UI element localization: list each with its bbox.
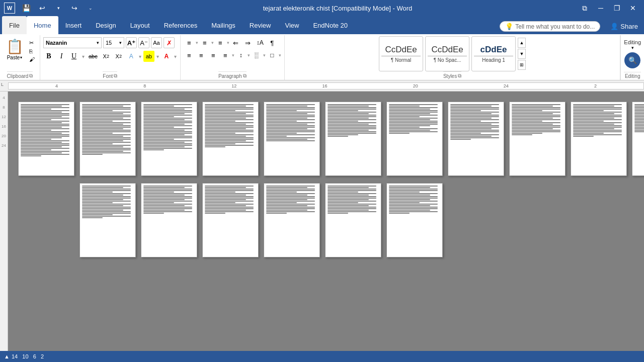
editing-button[interactable]: Editing ▾ (624, 39, 641, 50)
tab-home[interactable]: Home (27, 16, 58, 34)
minimize-button[interactable]: ─ (594, 1, 608, 15)
tab-review[interactable]: Review (243, 16, 278, 34)
page-6[interactable] (325, 102, 381, 176)
styles-scroll-up[interactable]: ▲ (518, 38, 526, 48)
restore-window-button[interactable]: ⧉ (578, 1, 592, 15)
redo-button[interactable]: ↪ (67, 1, 82, 15)
page-9[interactable] (509, 102, 566, 176)
copy-button[interactable]: ⎘ (28, 48, 36, 55)
font-group-label: Font ⧉ (103, 71, 117, 80)
tell-me-search[interactable]: 💡 Tell me what you want to do... (500, 21, 600, 32)
tab-layout[interactable]: Layout (123, 16, 157, 34)
tab-mailings[interactable]: Mailings (204, 16, 243, 34)
search-icon: 🔍 (628, 56, 637, 64)
justify-button[interactable]: ≡ (220, 50, 231, 61)
shading-button[interactable]: ░ (251, 50, 262, 61)
page-13[interactable] (141, 183, 197, 257)
tab-file[interactable]: File (2, 16, 27, 34)
text-effects-button[interactable]: A (126, 51, 137, 62)
strikethrough-button[interactable]: abc (87, 51, 99, 62)
page-17[interactable] (386, 183, 443, 257)
document-canvas[interactable] (8, 92, 644, 351)
style-heading1[interactable]: cDdEe Heading 1 (471, 36, 516, 71)
cut-button[interactable]: ✂ (28, 39, 36, 47)
save-button[interactable]: 💾 (19, 1, 33, 15)
close-button[interactable]: ✕ (626, 1, 640, 15)
page-12[interactable] (79, 183, 136, 257)
italic-button[interactable]: I (56, 51, 67, 62)
ruler-mark-8: 8 (143, 83, 146, 88)
page-row-1 (18, 102, 634, 176)
increase-indent-button[interactable]: ⇒ (243, 37, 254, 48)
maximize-button[interactable]: ❐ (610, 1, 624, 15)
styles-expand-icon[interactable]: ⧉ (458, 73, 461, 79)
tab-design[interactable]: Design (89, 16, 123, 34)
tell-me-text: Tell me what you want to do... (515, 23, 595, 30)
page-10[interactable] (571, 102, 627, 176)
editing-label: Editing (624, 39, 641, 45)
find-search-button[interactable]: 🔍 (624, 52, 640, 68)
bullets-button[interactable]: ≡ (184, 37, 195, 48)
tab-endnote[interactable]: EndNote 20 (306, 16, 355, 34)
font-expand-icon[interactable]: ⧉ (114, 73, 117, 79)
clipboard-label: Clipboard ⧉ (7, 71, 33, 80)
page-15[interactable] (264, 183, 320, 257)
font-color-button[interactable]: A (161, 51, 172, 62)
underline-button[interactable]: U (68, 51, 79, 62)
page-8[interactable] (448, 102, 504, 176)
show-hide-button[interactable]: ¶ (267, 37, 278, 48)
page-7[interactable] (386, 102, 443, 176)
line-spacing-button[interactable]: ↕ (235, 50, 247, 61)
font-grow-button[interactable]: A⁺ (126, 37, 137, 48)
multilevel-list-button[interactable]: ≡ (215, 37, 226, 48)
page-2[interactable] (79, 102, 136, 176)
paragraph-expand-icon[interactable]: ⧉ (243, 73, 247, 79)
page-3[interactable] (141, 102, 197, 176)
styles-expand[interactable]: ⊞ (518, 60, 526, 70)
paste-button[interactable]: 📋 Paste ▾ (4, 37, 26, 61)
status-triangle-icon: ▲ (4, 353, 10, 359)
styles-scroll-down[interactable]: ▼ (518, 49, 526, 59)
page-11[interactable] (632, 102, 644, 176)
decrease-indent-button[interactable]: ⇐ (230, 37, 242, 48)
status-text: ▲ 14 10 6 2 (4, 353, 44, 359)
sort-button[interactable]: ↕A (255, 37, 266, 48)
align-right-button[interactable]: ≡ (208, 50, 219, 61)
ruler-mark-4: 4 (55, 83, 58, 88)
tab-insert[interactable]: Insert (58, 16, 89, 34)
tab-references[interactable]: References (157, 16, 204, 34)
style-normal[interactable]: CcDdEe ¶ Normal (379, 36, 423, 71)
undo-dropdown-button[interactable]: ▾ (51, 1, 65, 15)
ruler-mark-16: 16 (322, 83, 327, 88)
align-left-button[interactable]: ≡ (184, 50, 195, 61)
numbering-button[interactable]: ≡ (199, 37, 210, 48)
superscript-button[interactable]: X2 (113, 51, 124, 62)
font-shrink-button[interactable]: A⁻ (138, 37, 149, 48)
subscript-button[interactable]: X2 (101, 51, 112, 62)
clear-formatting-button[interactable]: ✗ (164, 37, 175, 48)
quick-access-toolbar: 💾 ↩ ▾ ↪ ⌄ (19, 1, 98, 15)
text-highlight-button[interactable]: ab (143, 51, 154, 62)
header-right-controls: 💡 Tell me what you want to do... 👤 Share (498, 21, 642, 34)
clipboard-expand-icon[interactable]: ⧉ (29, 73, 33, 79)
page-1[interactable] (18, 102, 74, 176)
bold-button[interactable]: B (43, 51, 54, 62)
borders-button[interactable]: □ (267, 50, 278, 61)
style-no-spacing[interactable]: CcDdEe ¶ No Spac... (425, 36, 469, 71)
page-14[interactable] (202, 183, 259, 257)
tab-view[interactable]: View (278, 16, 306, 34)
clipboard-secondary: ✂ ⎘ 🖌 (28, 37, 36, 63)
page-5[interactable] (264, 102, 320, 176)
customize-quick-access-button[interactable]: ⌄ (84, 1, 98, 15)
share-button[interactable]: 👤 Share (606, 21, 642, 32)
align-center-button[interactable]: ≡ (196, 50, 207, 61)
paste-label: Paste ▾ (7, 55, 23, 60)
page-4[interactable] (202, 102, 259, 176)
page-16[interactable] (325, 183, 381, 257)
ruler-mark-2: 2 (594, 83, 597, 88)
undo-button[interactable]: ↩ (35, 1, 49, 15)
font-size-selector[interactable]: 15 ▾ (103, 37, 124, 48)
format-painter-button[interactable]: 🖌 (28, 56, 36, 63)
change-case-button[interactable]: Aa (151, 37, 162, 48)
font-name-selector[interactable]: Nazanin ▾ (43, 37, 102, 48)
